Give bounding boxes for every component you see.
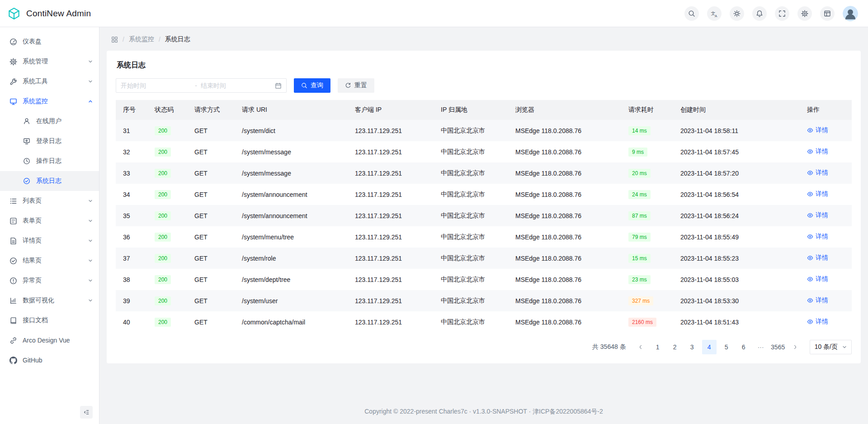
eye-icon xyxy=(807,233,813,240)
sidebar-item-system-logs[interactable]: 系统日志 xyxy=(0,171,99,191)
cell-actions: 详情 xyxy=(800,226,852,248)
fullscreen-icon xyxy=(778,10,786,17)
sidebar-collapse-button[interactable] xyxy=(80,406,93,419)
sidebar-item-detail-page[interactable]: 详情页 xyxy=(0,231,99,251)
detail-link[interactable]: 详情 xyxy=(807,169,828,177)
cell-elapsed: 14 ms xyxy=(621,120,673,141)
sidebar-item-exception-page[interactable]: 异常页 xyxy=(0,271,99,291)
check-circle-icon xyxy=(9,257,17,265)
end-time-input[interactable] xyxy=(201,82,271,89)
logo-icon xyxy=(7,7,21,20)
next-page-button[interactable] xyxy=(788,340,802,354)
sidebar-item-data-visualization[interactable]: 数据可视化 xyxy=(0,291,99,310)
sidebar-item-label: 仪表盘 xyxy=(23,38,93,46)
detail-link[interactable]: 详情 xyxy=(807,275,828,283)
search-submit-button[interactable]: 查询 xyxy=(294,78,330,93)
translate-button[interactable]: 文A xyxy=(707,6,722,21)
table-row: 31 200 GET /system/dict 123.117.129.251 … xyxy=(116,120,852,141)
search-button[interactable] xyxy=(684,6,699,21)
detail-link[interactable]: 详情 xyxy=(807,233,828,241)
page-number-button[interactable]: 2 xyxy=(668,340,682,354)
prev-page-button[interactable] xyxy=(633,340,648,354)
user-icon xyxy=(23,117,31,125)
cell-no: 34 xyxy=(116,184,147,205)
sidebar-item-system-monitor[interactable]: 系统监控 xyxy=(0,91,99,111)
chevron-down-icon xyxy=(88,278,93,283)
cell-status: 200 xyxy=(147,141,187,162)
eye-icon xyxy=(807,191,813,197)
sidebar-item-form-page[interactable]: 表单页 xyxy=(0,211,99,231)
sidebar-item-list-page[interactable]: 列表页 xyxy=(0,191,99,211)
sidebar-item-online-users[interactable]: 在线用户 xyxy=(0,111,99,131)
cell-method: GET xyxy=(187,162,235,184)
detail-link[interactable]: 详情 xyxy=(807,318,828,326)
breadcrumb-item[interactable]: 系统监控 xyxy=(129,35,154,43)
cell-elapsed: 2160 ms xyxy=(621,311,673,333)
svg-text:A: A xyxy=(715,14,717,17)
chevron-down-icon xyxy=(88,298,93,303)
start-time-input[interactable] xyxy=(121,82,191,89)
theme-toggle-button[interactable] xyxy=(730,6,744,21)
detail-link[interactable]: 详情 xyxy=(807,190,828,198)
cell-browser: MSEdge 118.0.2088.76 xyxy=(508,290,621,311)
sidebar-item-login-logs[interactable]: 登录日志 xyxy=(0,131,99,151)
eye-icon xyxy=(807,255,813,261)
settings-button[interactable] xyxy=(797,6,812,21)
layout-button[interactable] xyxy=(820,6,835,21)
column-header: 状态码 xyxy=(147,100,187,120)
eye-icon xyxy=(807,212,813,219)
fullscreen-button[interactable] xyxy=(775,6,789,21)
layout-icon xyxy=(824,10,831,17)
page-number-button[interactable]: 5 xyxy=(719,340,734,354)
bell-icon xyxy=(756,10,763,17)
sidebar-item-system-tools[interactable]: 系统工具 xyxy=(0,71,99,91)
page-number-button[interactable]: ··· xyxy=(754,340,768,354)
detail-link[interactable]: 详情 xyxy=(807,296,828,305)
elapsed-badge: 24 ms xyxy=(628,190,651,199)
cell-created: 2023-11-04 18:53:30 xyxy=(673,290,800,311)
detail-link[interactable]: 详情 xyxy=(807,254,828,262)
page-number-button[interactable]: 3 xyxy=(685,340,699,354)
cell-method: GET xyxy=(187,311,235,333)
status-badge: 200 xyxy=(155,254,171,263)
sidebar-item-dashboard[interactable]: 仪表盘 xyxy=(0,32,99,52)
reset-button[interactable]: 重置 xyxy=(338,78,374,93)
refresh-icon xyxy=(345,82,351,89)
sidebar-item-result-page[interactable]: 结果页 xyxy=(0,251,99,271)
cell-created: 2023-11-04 18:57:20 xyxy=(673,162,800,184)
sidebar-item-label: 系统管理 xyxy=(23,57,83,66)
detail-link[interactable]: 详情 xyxy=(807,148,828,156)
breadcrumb: / 系统监控 / 系统日志 xyxy=(107,33,861,51)
sidebar-item-github[interactable]: GitHub xyxy=(0,350,99,370)
pagination: 共 35648 条 1 2 3 4 5 xyxy=(116,340,852,354)
cell-elapsed: 87 ms xyxy=(621,205,673,226)
logo[interactable]: ContiNew Admin xyxy=(7,7,91,20)
detail-link[interactable]: 详情 xyxy=(807,126,828,134)
page-number-button[interactable]: 4 xyxy=(702,340,717,354)
top-header: ContiNew Admin 文A xyxy=(0,0,868,27)
sidebar-item-api-docs[interactable]: 接口文档 xyxy=(0,310,99,330)
chevron-down-icon xyxy=(88,79,93,84)
page-size-select[interactable]: 10 条/页 xyxy=(810,340,852,354)
cell-no: 40 xyxy=(116,311,147,333)
detail-link[interactable]: 详情 xyxy=(807,211,828,219)
page-number-button[interactable]: 6 xyxy=(736,340,751,354)
menu-fold-icon xyxy=(83,409,90,415)
chevron-up-icon xyxy=(88,99,93,104)
date-range-picker[interactable]: - xyxy=(116,78,287,93)
sidebar-item-arco-design-vue[interactable]: Arco Design Vue xyxy=(0,330,99,350)
cell-uri: /system/dict xyxy=(235,120,348,141)
status-badge: 200 xyxy=(155,275,171,284)
avatar[interactable] xyxy=(843,6,858,21)
cell-ip-region: 中国北京北京市 xyxy=(434,226,508,248)
cell-client-ip: 123.117.129.251 xyxy=(348,248,434,269)
page-number-button[interactable]: 3565 xyxy=(771,340,785,354)
notifications-button[interactable] xyxy=(752,6,767,21)
page-number-button[interactable]: 1 xyxy=(651,340,665,354)
cell-method: GET xyxy=(187,120,235,141)
sidebar-item-system-management[interactable]: 系统管理 xyxy=(0,52,99,71)
table-row: 32 200 GET /system/message 123.117.129.2… xyxy=(116,141,852,162)
chevron-down-icon xyxy=(88,59,93,64)
status-badge: 200 xyxy=(155,190,171,199)
sidebar-item-operation-logs[interactable]: 操作日志 xyxy=(0,151,99,171)
